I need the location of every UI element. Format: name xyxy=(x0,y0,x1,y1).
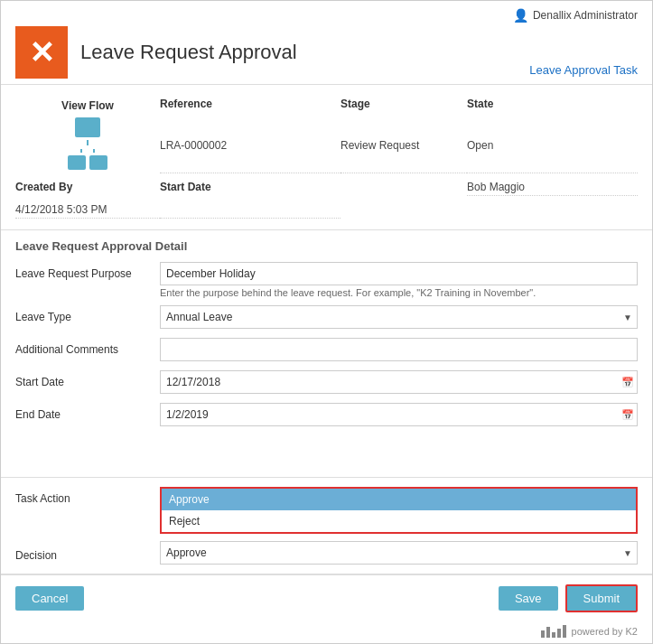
stage-value: Review Request xyxy=(340,137,467,174)
info-section: Reference Stage State View Flow xyxy=(1,85,652,230)
additional-comments-label: Additional Comments xyxy=(15,338,160,356)
flow-line xyxy=(87,140,89,145)
footer-right: Save Submit xyxy=(499,584,638,612)
decision-select-wrap: Approve Reject ▼ xyxy=(160,541,638,565)
task-action-section: Task Action Approve Reject Decision Appr… xyxy=(1,478,652,574)
save-button[interactable]: Save xyxy=(499,586,558,611)
k2-bars-icon xyxy=(541,625,566,638)
start-date-label: Start Date xyxy=(15,370,160,388)
detail-section: Leave Request Approval Detail Leave Requ… xyxy=(1,230,652,478)
logo-icon: ✕ xyxy=(29,37,54,68)
start-date-info-value: 4/12/2018 5:03 PM xyxy=(15,201,160,219)
additional-comments-wrap xyxy=(160,338,638,361)
additional-comments-row: Additional Comments xyxy=(15,338,638,363)
info-grid: Reference Stage State View Flow xyxy=(15,96,638,219)
k2-bar-5 xyxy=(563,625,566,638)
header: 👤 Denallix Administrator ✕ Leave Request… xyxy=(1,1,652,85)
additional-comments-input[interactable] xyxy=(160,338,638,361)
start-date-wrap-inner: 📅 xyxy=(160,370,638,394)
empty-cell-2 xyxy=(160,201,340,219)
task-action-option-reject[interactable]: Reject xyxy=(162,510,636,532)
task-action-dropdown[interactable]: Approve Reject xyxy=(160,487,638,534)
cancel-button[interactable]: Cancel xyxy=(15,586,84,611)
created-by-label: Created By xyxy=(15,179,160,196)
leave-purpose-input[interactable] xyxy=(160,262,638,285)
leave-purpose-label: Leave Request Purpose xyxy=(15,262,160,280)
user-info: 👤 Denallix Administrator xyxy=(513,8,638,23)
leave-type-wrap: Annual Leave Sick Leave Unpaid Leave ▼ xyxy=(160,305,638,329)
created-by-value: Bob Maggio xyxy=(467,179,638,196)
start-date-row: Start Date 📅 xyxy=(15,370,638,396)
user-icon: 👤 xyxy=(513,8,528,23)
reference-label: Reference xyxy=(160,96,340,132)
powered-by-text: powered by K2 xyxy=(572,626,638,637)
leave-purpose-hint: Enter the purpose behind the leave reque… xyxy=(160,287,638,298)
k2-bar-2 xyxy=(546,627,550,638)
start-date-wrap: 📅 xyxy=(160,370,638,394)
view-flow-cell[interactable]: View Flow xyxy=(15,96,160,173)
k2-bar-1 xyxy=(541,630,545,638)
flow-icon[interactable] xyxy=(68,117,107,170)
task-action-row: Task Action Approve Reject xyxy=(15,487,638,534)
app-title: Leave Request Approval xyxy=(80,41,517,64)
leave-type-select[interactable]: Annual Leave Sick Leave Unpaid Leave xyxy=(160,305,638,329)
k2-bar-3 xyxy=(552,632,555,638)
end-date-input[interactable] xyxy=(160,403,638,426)
user-name: Denallix Administrator xyxy=(533,9,638,22)
footer-section: Cancel Save Submit xyxy=(1,574,652,621)
stage-label: Stage xyxy=(340,96,467,132)
header-main: ✕ Leave Request Approval Leave Approval … xyxy=(15,26,638,79)
logo-box: ✕ xyxy=(15,26,68,79)
empty-cell xyxy=(340,179,467,196)
decision-label: Decision xyxy=(15,544,160,562)
flow-top-box xyxy=(75,117,100,137)
submit-button[interactable]: Submit xyxy=(565,584,638,612)
decision-select[interactable]: Approve Reject xyxy=(160,541,638,565)
leave-type-select-wrap: Annual Leave Sick Leave Unpaid Leave ▼ xyxy=(160,305,638,329)
end-date-row: End Date 📅 xyxy=(15,403,638,428)
view-flow-label: View Flow xyxy=(61,99,114,112)
main-container: 👤 Denallix Administrator ✕ Leave Request… xyxy=(0,0,653,644)
flow-bottom-box-left xyxy=(68,155,86,170)
flow-bottom-lines xyxy=(80,149,95,153)
leave-purpose-wrap: Enter the purpose behind the leave reque… xyxy=(160,262,638,298)
end-date-wrap: 📅 xyxy=(160,403,638,426)
reference-value: LRA-0000002 xyxy=(160,137,340,174)
end-date-wrap-inner: 📅 xyxy=(160,403,638,426)
flow-bottom-row xyxy=(68,155,107,170)
flow-bottom-box-right xyxy=(89,155,107,170)
state-value: Open xyxy=(467,137,638,174)
leave-type-label: Leave Type xyxy=(15,305,160,323)
leave-purpose-row: Leave Request Purpose Enter the purpose … xyxy=(15,262,638,298)
start-date-input[interactable] xyxy=(160,370,638,394)
section-title: Leave Request Approval Detail xyxy=(15,239,638,253)
leave-type-row: Leave Type Annual Leave Sick Leave Unpai… xyxy=(15,305,638,331)
task-link[interactable]: Leave Approval Task xyxy=(529,63,638,79)
end-date-label: End Date xyxy=(15,403,160,421)
footer-left: Cancel xyxy=(15,586,84,611)
powered-by: powered by K2 xyxy=(1,621,652,643)
task-action-option-approve[interactable]: Approve xyxy=(162,489,636,510)
flow-line-short-left xyxy=(80,149,82,153)
task-action-label: Task Action xyxy=(15,487,160,505)
flow-line-short-right xyxy=(93,149,95,153)
start-date-info-label: Start Date xyxy=(160,179,340,196)
state-label: State xyxy=(467,96,638,132)
decision-row: Decision Approve Reject ▼ xyxy=(15,541,638,565)
header-top: 👤 Denallix Administrator xyxy=(15,8,638,23)
k2-bar-4 xyxy=(557,629,561,638)
